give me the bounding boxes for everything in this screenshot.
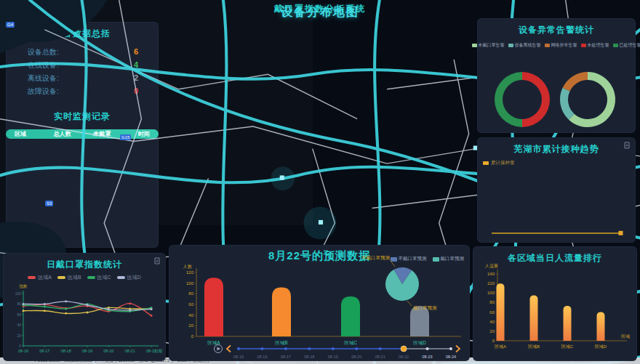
svg-text:100: 100 (186, 281, 194, 286)
svg-text:区域C: 区域C (561, 344, 574, 349)
ranking-panel: 各区域当日人流量排行 020406080100120140人流量区域区域A区域B… (473, 246, 637, 361)
legend-label: 已处理告警 (620, 42, 640, 49)
svg-text:40: 40 (17, 323, 21, 327)
svg-text:08-17: 08-17 (281, 355, 291, 359)
legend-item[interactable]: 设备离线告警 (508, 42, 541, 49)
legend-item[interactable]: 网络异常告警 (545, 42, 577, 49)
timeline[interactable]: 08-1508-1608-1708-1808-1908-2008-2108-22… (209, 342, 465, 361)
svg-text:08-18: 08-18 (61, 349, 71, 353)
vaccine-title: 芜湖市累计接种趋势 (477, 137, 636, 155)
svg-text:08-17: 08-17 (39, 349, 49, 353)
svg-text:80: 80 (188, 291, 193, 296)
legend-swatch (508, 44, 513, 47)
svg-text:区域A: 区域A (495, 344, 506, 349)
legend-item[interactable]: 区域D (117, 274, 141, 281)
legend-label: 区域B (68, 274, 81, 281)
svg-text:区域: 区域 (621, 333, 630, 339)
svg-text:60: 60 (17, 312, 21, 317)
svg-text:区域B: 区域B (528, 344, 540, 349)
svg-text:区域D: 区域D (595, 344, 607, 349)
legend-label: 区域C (97, 274, 111, 281)
map-panel[interactable]: 设备分布地图 G4 G15 S3 Baidu © 2021 Baidu - GS… (0, 0, 313, 225)
svg-text:08-20: 08-20 (103, 349, 113, 353)
legend-label: 设备离线告警 (515, 42, 541, 49)
svg-text:08-15: 08-15 (233, 355, 244, 359)
alarm-legend: 未戴口罩告警设备离线告警网络异常告警未处理告警已处理告警 (477, 42, 636, 49)
road-label-chip: G15 (120, 134, 131, 140)
mask-index-title: 日戴口罩指数统计 (3, 253, 166, 271)
svg-text:08-24: 08-24 (446, 355, 456, 359)
ranking-bar-chart: 020406080100120140人流量区域区域A区域B区域C区域D (479, 262, 631, 358)
svg-text:08-21: 08-21 (125, 349, 135, 353)
svg-text:不戴口罩预测: 不戴口罩预测 (361, 255, 391, 261)
svg-text:60: 60 (489, 310, 495, 315)
svg-text:人数: 人数 (183, 264, 192, 269)
legend-swatch (483, 161, 489, 165)
legend-label: 区域A (38, 274, 52, 281)
svg-text:80: 80 (17, 302, 21, 306)
svg-text:0: 0 (191, 334, 194, 339)
timeline-prev-button[interactable] (227, 346, 231, 352)
vaccine-legend[interactable]: 累计接种量 (483, 160, 515, 166)
svg-text:20: 20 (489, 329, 495, 333)
svg-text:08-18: 08-18 (304, 355, 314, 359)
svg-text:戴口罩预测: 戴口罩预测 (413, 305, 437, 311)
mask-legend: 区域A区域B区域C区域D (3, 274, 166, 281)
svg-text:120: 120 (186, 270, 194, 275)
legend-label: 网络异常告警 (551, 42, 577, 49)
legend-label: 未戴口罩告警 (479, 42, 505, 49)
alarm-title: 设备异常告警统计 (477, 18, 636, 36)
mask-line-chart: 020406080100指数08-1608-1708-1808-1908-200… (6, 282, 163, 357)
legend-item[interactable]: 区域B (57, 274, 81, 281)
mask-index-panel: 日戴口罩指数统计 区域A区域B区域C区域D 020406080100指数08-1… (3, 253, 166, 361)
svg-text:08-21: 08-21 (375, 355, 385, 359)
forecast-panel: 8月22号的预测数据 不戴口罩预测戴口罩预测 020406080100120人数… (169, 245, 470, 361)
legend-swatch (117, 276, 125, 279)
vaccine-legend-label: 累计接种量 (491, 160, 515, 166)
legend-item[interactable]: 已处理告警 (613, 42, 640, 49)
vaccine-line-chart (481, 168, 631, 239)
timeline-play-button[interactable] (215, 345, 223, 353)
save-image-icon[interactable] (623, 142, 631, 149)
vaccine-trend-panel: 芜湖市累计接种趋势 累计接种量 (477, 137, 636, 243)
svg-text:100: 100 (15, 291, 22, 296)
legend-swatch (87, 276, 95, 279)
legend-swatch (28, 276, 36, 279)
svg-text:08-19: 08-19 (328, 355, 338, 359)
legend-item[interactable]: 未处理告警 (581, 42, 609, 49)
legend-item[interactable]: 区域C (87, 274, 111, 281)
svg-text:100: 100 (487, 291, 495, 295)
svg-text:20: 20 (188, 323, 193, 328)
legend-swatch (613, 44, 618, 47)
legend-label: 区域D (127, 274, 141, 281)
legend-swatch (472, 44, 477, 47)
svg-text:08-23: 08-23 (423, 355, 433, 359)
svg-text:40: 40 (188, 313, 193, 318)
svg-text:140: 140 (487, 272, 495, 276)
timeline-next-button[interactable] (456, 346, 460, 352)
svg-text:日期: 日期 (154, 349, 163, 354)
legend-item[interactable]: 未戴口罩告警 (472, 42, 505, 49)
svg-text:指数: 指数 (19, 284, 28, 288)
save-image-icon[interactable] (153, 257, 161, 264)
legend-swatch (545, 44, 550, 47)
svg-text:08-19: 08-19 (82, 349, 92, 353)
svg-text:08-16: 08-16 (18, 349, 28, 353)
alarm-donut-charts (477, 52, 636, 133)
map-canvas[interactable] (0, 0, 313, 225)
timeline-date-dot[interactable]: 08-22 (399, 346, 409, 359)
legend-swatch (57, 276, 65, 279)
legend-item[interactable]: 区域A (28, 274, 52, 281)
svg-text:08-16: 08-16 (257, 355, 267, 359)
legend-swatch (581, 44, 586, 47)
svg-text:80: 80 (489, 300, 495, 304)
svg-text:120: 120 (487, 281, 495, 286)
svg-text:60: 60 (188, 302, 193, 307)
svg-text:0: 0 (492, 339, 495, 343)
svg-text:0: 0 (19, 344, 21, 348)
alarm-stats-panel: 设备异常告警统计 未戴口罩告警设备离线告警网络异常告警未处理告警已处理告警 (477, 18, 636, 133)
road-label-chip: G4 (6, 22, 15, 28)
svg-text:08-22: 08-22 (399, 355, 409, 359)
legend-label: 未处理告警 (588, 42, 609, 49)
road-label-chip: S3 (45, 201, 53, 206)
